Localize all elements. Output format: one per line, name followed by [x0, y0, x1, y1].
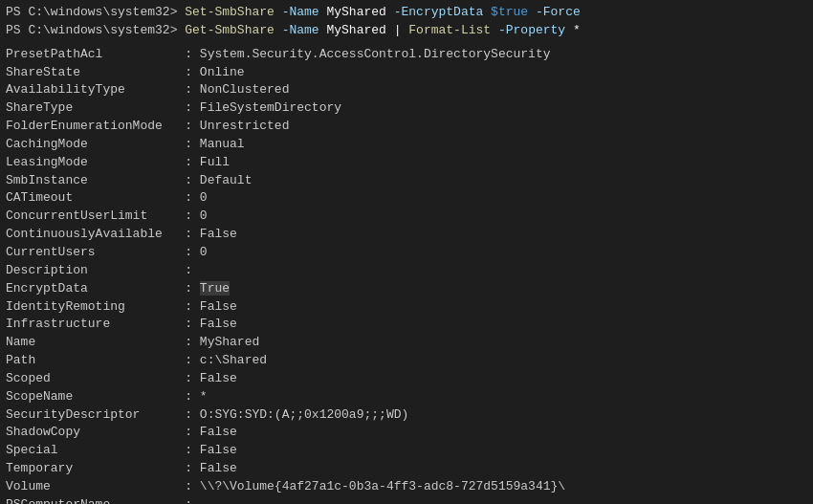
property-name: Special — [6, 443, 185, 457]
property-value: O:SYG:SYD:(A;;0x1200a9;;;WD) — [200, 407, 408, 422]
cmd1-param1: -Name — [275, 5, 327, 19]
property-value: NonClustered — [200, 82, 290, 97]
property-name: Infrastructure — [6, 317, 185, 331]
property-name: CATimeout — [6, 190, 185, 205]
property-value: * — [200, 389, 208, 404]
command-line-2: PS C:\windows\system32> Get-SmbShare -Na… — [6, 22, 807, 40]
property-name: Volume — [6, 479, 185, 493]
command-line-1: PS C:\windows\system32> Set-SmbShare -Na… — [6, 4, 807, 22]
property-value: Online — [200, 65, 245, 79]
property-value: False — [200, 317, 237, 331]
property-separator: : — [185, 317, 200, 331]
property-name: Temporary — [6, 461, 185, 475]
cmd2-param2: -Property — [491, 23, 573, 37]
property-separator: : — [185, 371, 200, 385]
property-separator: : — [185, 208, 200, 223]
cmd2-val1: MyShared — [326, 23, 385, 37]
property-row: PresetPathAcl : System.Security.AccessCo… — [6, 46, 807, 64]
property-value: c:\Shared — [200, 353, 267, 367]
property-value: Unrestricted — [200, 119, 290, 133]
property-separator: : — [185, 335, 200, 349]
property-separator: : — [185, 100, 200, 115]
property-row: ScopeName : * — [6, 388, 807, 406]
cmd1-val2: $true — [491, 5, 528, 19]
property-value: False — [200, 227, 237, 241]
property-row: AvailabilityType : NonClustered — [6, 81, 807, 99]
prompt-2: PS C:\windows\system32> — [6, 23, 185, 37]
property-separator: : — [185, 353, 200, 367]
property-name: PSComputerName — [6, 497, 185, 504]
property-value: Default — [200, 173, 253, 187]
property-row: ContinuouslyAvailable : False — [6, 226, 807, 244]
property-name: ShareType — [6, 100, 185, 115]
property-name: ConcurrentUserLimit — [6, 208, 185, 223]
property-separator: : — [185, 389, 200, 404]
property-separator: : — [185, 425, 200, 439]
property-name: CurrentUsers — [6, 245, 185, 259]
property-row: CachingMode : Manual — [6, 136, 807, 154]
cmd1-param2: -EncryptData — [386, 5, 491, 19]
property-separator: : — [185, 461, 200, 475]
property-separator: : — [185, 245, 200, 259]
property-row: ShareState : Online — [6, 64, 807, 82]
property-row: ConcurrentUserLimit : 0 — [6, 208, 807, 226]
property-value: False — [200, 443, 237, 457]
property-name: ShareState — [6, 65, 185, 79]
property-separator: : — [185, 497, 200, 504]
property-value: False — [200, 371, 237, 385]
property-separator: : — [185, 173, 200, 187]
property-row: IdentityRemoting : False — [6, 298, 807, 317]
property-row: CurrentUsers : 0 — [6, 244, 807, 262]
property-separator: : — [185, 263, 200, 277]
property-separator: : — [185, 119, 200, 133]
properties-list: PresetPathAcl : System.Security.AccessCo… — [6, 46, 807, 504]
property-name: LeasingMode — [6, 155, 185, 169]
cmd2-cmd2: Format-List — [408, 23, 491, 37]
property-row: Special : False — [6, 442, 807, 460]
property-row: Temporary : False — [6, 460, 807, 478]
property-row: ShadowCopy : False — [6, 424, 807, 442]
property-value: FileSystemDirectory — [200, 100, 341, 115]
prompt-1: PS C:\windows\system32> — [6, 5, 185, 19]
property-row: Name : MyShared — [6, 334, 807, 352]
property-name: IdentityRemoting — [6, 299, 185, 314]
property-row: Volume : \\?\Volume{4af27a1c-0b3a-4ff3-a… — [6, 478, 807, 496]
property-separator: : — [185, 82, 200, 97]
property-value: False — [200, 425, 237, 439]
property-name: CachingMode — [6, 137, 185, 151]
property-value: 0 — [200, 208, 208, 223]
property-name: Path — [6, 353, 185, 367]
cmd2-sep: | — [386, 23, 408, 37]
property-separator: : — [185, 47, 200, 61]
cmd2-name: Get-SmbShare — [185, 23, 275, 37]
property-separator: : — [185, 190, 200, 205]
cmd2-val2: * — [573, 23, 581, 37]
property-separator: : — [185, 137, 200, 151]
property-separator: : — [185, 155, 200, 169]
property-row: Scoped : False — [6, 370, 807, 388]
property-name: EncryptData — [6, 281, 185, 296]
property-name: Scoped — [6, 371, 185, 385]
property-value: False — [200, 299, 237, 314]
property-name: SmbInstance — [6, 173, 185, 187]
property-value: 0 — [200, 245, 208, 259]
property-row: EncryptData : True — [6, 280, 807, 298]
property-row: CATimeout : 0 — [6, 189, 807, 208]
property-name: ContinuouslyAvailable — [6, 227, 185, 241]
property-value: True — [200, 281, 230, 296]
property-separator: : — [185, 299, 200, 314]
property-row: FolderEnumerationMode : Unrestricted — [6, 118, 807, 136]
property-value: False — [200, 461, 237, 475]
property-row: LeasingMode : Full — [6, 154, 807, 172]
property-value: Manual — [200, 137, 245, 151]
property-value: 0 — [200, 190, 208, 205]
cmd1-val1: MyShared — [326, 5, 385, 19]
property-name: AvailabilityType — [6, 82, 185, 97]
property-row: ShareType : FileSystemDirectory — [6, 99, 807, 118]
property-name: PresetPathAcl — [6, 47, 185, 61]
property-row: Description : — [6, 262, 807, 280]
terminal-window: PS C:\windows\system32> Set-SmbShare -Na… — [0, 0, 813, 504]
property-name: Description — [6, 263, 185, 277]
cmd2-param1: -Name — [275, 23, 327, 37]
property-separator: : — [185, 281, 200, 296]
